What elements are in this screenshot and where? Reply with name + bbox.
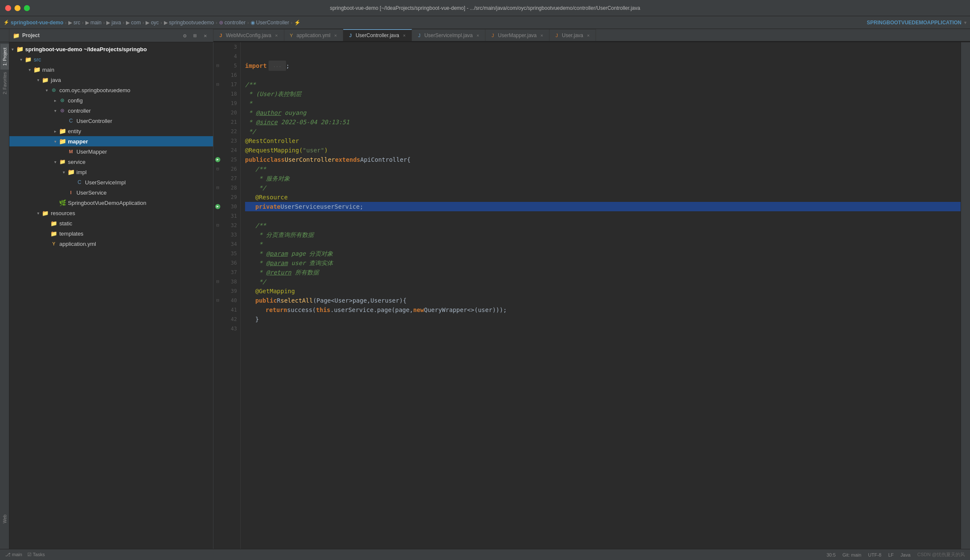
tab-applicationyml[interactable]: Y application.yml × [284,29,343,41]
tree-item-userserviceimpl[interactable]: C UserServiceImpl [9,177,213,187]
tree-item-appyml[interactable]: Y application.yml [9,239,213,249]
tab-close-userserviceimpl[interactable]: × [475,32,481,38]
tree-item-templates[interactable]: 📁 templates [9,228,213,239]
fold-method-end[interactable]: ⊟ [216,277,219,286]
vtab-favorites[interactable]: 2: Favorites [0,70,9,96]
code-content[interactable]: import ... ; /** * (User)表控制层 [241,42,961,549]
panel-close-icon[interactable]: × [201,31,210,40]
file-tree[interactable]: 📁 springboot-vue-demo ~/IdeaProjects/spr… [9,42,213,549]
tree-arrow-templates [44,230,50,236]
tree-item-root[interactable]: 📁 springboot-vue-demo ~/IdeaProjects/spr… [9,44,213,54]
code-line-28: */ [245,183,961,192]
tree-item-springbootapp[interactable]: 🌿 SpringbootVueDemoApplication [9,198,213,208]
vtab-web[interactable]: Web [0,506,9,532]
tree-label-root: springboot-vue-demo ~/IdeaProjects/sprin… [25,46,147,52]
fold-method-javadoc[interactable]: ⊟ [216,221,219,230]
tree-arrow-us [61,190,67,195]
java-file-icon-active: J [348,32,354,38]
fold-import[interactable]: ⊟ [216,61,219,70]
fold-method-body[interactable]: ⊟ [216,296,219,305]
tree-item-resources[interactable]: 📁 resources [9,208,213,218]
folder-icon-main: 📁 [33,66,40,73]
panel-settings-icon[interactable]: ⚙ [181,31,189,40]
tree-item-package[interactable]: ⊛ com.oyc.springbootvuedemo [9,85,213,95]
tree-item-mapper[interactable]: 📁 mapper [9,136,213,146]
tab-webmvcconfig[interactable]: J WebMvcConfig.java × [213,29,284,41]
fold-javadoc-class[interactable]: ⊟ [216,80,219,89]
tree-item-userservice[interactable]: I UserService [9,187,213,198]
window-title: springboot-vue-demo [~/IdeaProjects/spri… [330,5,640,11]
tab-usercontroller[interactable]: J UserController.java × [343,29,412,41]
status-line-sep[interactable]: LF [888,552,894,557]
fold-field-end[interactable]: ⊟ [216,183,219,192]
breadcrumb-project[interactable]: ⚡ springboot-vue-demo [3,20,63,26]
tree-arrow-resources [35,210,41,216]
fold-field-javadoc[interactable]: ⊟ [216,164,219,174]
run-marker-30[interactable]: ▶ [215,204,220,209]
folder-icon-static: 📁 [50,220,57,227]
resources-icon: 📁 [42,210,49,216]
code-line-30: private UserService userService; [245,202,961,211]
close-button[interactable] [5,5,11,11]
status-encoding[interactable]: UTF-8 [868,552,881,557]
code-line-3 [245,42,961,52]
tree-item-usercontroller[interactable]: C UserController [9,116,213,126]
tree-arrow-src [18,56,24,62]
tab-user[interactable]: J User.java × [549,29,596,41]
class-icon-usi: C [76,179,83,186]
run-marker-25[interactable]: ▶ [215,157,220,162]
code-line-42: } [245,315,961,324]
tree-item-service[interactable]: 📁 service [9,157,213,167]
tab-close-yaml[interactable]: × [333,32,339,38]
code-line-27: * 服务对象 [245,174,961,183]
minimize-button[interactable] [15,5,20,11]
code-line-41: return success(this.userService.page(pag… [245,305,961,315]
tab-userserviceimpl[interactable]: J UserServiceImpl.java × [412,29,485,41]
line-numbers: 3 4 5 16 17 18 19 20 21 22 23 24 25 26 2… [222,42,241,549]
code-line-40: public R selectAll(Page<User> page, User… [245,296,961,305]
code-area: ⊟ ⊟ ▶ ⊟ [213,42,961,549]
tab-close-user[interactable]: × [585,32,591,38]
panel-layout-icon[interactable]: ⊞ [191,31,199,40]
code-line-23: @RestController [245,136,961,146]
tree-item-controller[interactable]: ⊛ controller [9,105,213,116]
tree-label-userservice: UserService [76,190,107,196]
status-lang[interactable]: Java [900,552,910,557]
vtab-project[interactable]: 1: Project [0,44,9,70]
tree-item-entity[interactable]: 📁 entity [9,126,213,136]
tab-close-usercontroller[interactable]: × [401,32,407,38]
tree-item-usermapper[interactable]: M UserMapper [9,146,213,157]
tree-item-main[interactable]: 📁 main [9,64,213,75]
tree-label-mapper: mapper [68,138,88,145]
code-editor[interactable]: ⊟ ⊟ ▶ ⊟ [213,42,961,549]
app-container: springboot-vue-demo [~/IdeaProjects/spri… [0,0,970,560]
tree-label-usermapper: UserMapper [76,149,107,155]
tree-arrow-static [44,220,50,226]
tree-arrow-root [9,46,15,52]
tab-close-usermapper[interactable]: × [539,32,545,38]
service-icon: 📁 [59,158,66,165]
code-line-33: * 分页查询所有数据 [245,230,961,239]
code-line-34: * [245,239,961,249]
tab-usermapper[interactable]: J UserMapper.java × [485,29,549,41]
tab-close-webmvcconfig[interactable]: × [274,32,280,38]
java-file-icon-4: J [554,32,560,38]
folder-icon-entity: 📁 [59,128,66,134]
status-vcs[interactable]: ⎇ main [5,552,22,557]
tree-item-config[interactable]: ⊛ config [9,95,213,105]
tree-item-impl[interactable]: 📁 impl [9,167,213,177]
folder-icon-root: 📁 [16,46,23,52]
left-sidebar-tabs: 1: Project 2: Favorites Web [0,42,9,549]
tree-item-java[interactable]: 📁 java [9,75,213,85]
tree-item-src[interactable]: 📁 src [9,54,213,64]
code-line-22: */ [245,127,961,136]
tree-arrow-app [52,200,58,206]
maximize-button[interactable] [24,5,30,11]
tree-arrow-config [52,97,58,103]
status-tasks[interactable]: ☑ Tasks [27,552,45,557]
tree-label-controller: controller [68,108,91,114]
panel-title: Project [22,32,40,38]
java-file-icon: J [218,32,224,38]
tree-item-static[interactable]: 📁 static [9,218,213,228]
breadcrumb: ⚡ springboot-vue-demo › ▶src › ▶main › ▶… [0,16,970,29]
